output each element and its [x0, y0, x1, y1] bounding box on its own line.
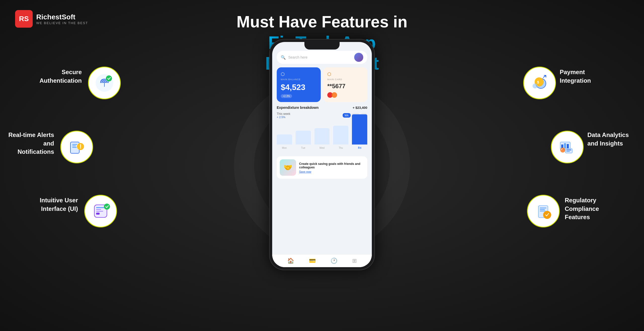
bar-mon-label: Mon [282, 147, 287, 149]
expenditure-header: Expendixture breakdown + $23,400 [277, 106, 367, 110]
bar-thu-bar [333, 126, 348, 145]
phone-inner: 🔍 Search here ⬡ MAIN BALANCE $4,523 +2.3… [272, 42, 372, 267]
compliance-circle [527, 195, 560, 227]
svg-point-7 [80, 148, 81, 149]
svg-rect-22 [567, 144, 569, 148]
bar-thu-label: Thu [339, 147, 343, 149]
phone-container: 🔍 Search here ⬡ MAIN BALANCE $4,523 +2.3… [269, 39, 375, 270]
svg-rect-29 [540, 209, 545, 210]
svg-rect-30 [540, 211, 545, 211]
main-balance-card: ⬡ MAIN BALANCE $4,523 +2.3% [277, 67, 321, 102]
search-bar: 🔍 Search here [277, 51, 367, 64]
mc-orange [332, 92, 337, 98]
bar-wed-bar [314, 128, 330, 145]
svg-rect-28 [540, 208, 546, 208]
payment-icon: $ [530, 73, 550, 93]
week-pct: + 2.5% [277, 116, 290, 119]
analytics-circle [551, 131, 584, 163]
alert-icon [67, 137, 87, 157]
bar-fri-label: Fri [358, 147, 361, 149]
logo-text: RichestSoft WE BELIEVE IN THE BEST [36, 13, 88, 25]
save-now-content: Create quick saving goals with friends a… [299, 162, 364, 173]
balance-badge: +2.3% [281, 94, 292, 98]
svg-rect-10 [96, 209, 101, 210]
bar-fri-bar [352, 114, 367, 145]
svg-rect-4 [72, 146, 76, 146]
svg-rect-3 [72, 144, 77, 145]
logo-name: RichestSoft [36, 13, 88, 21]
bar-tue: Tue [296, 131, 311, 149]
svg-rect-9 [96, 207, 105, 208]
phone-notch [304, 42, 340, 50]
this-week-left: This week + 2.5% [277, 112, 290, 119]
logo-area: RS RichestSoft WE BELIEVE IN THE BEST [15, 10, 88, 28]
svg-rect-11 [96, 211, 103, 212]
bar-tue-label: Tue [301, 147, 305, 149]
save-now-title: Create quick saving goals with friends a… [299, 162, 364, 169]
this-week-label: This week [277, 112, 290, 116]
card-label: MAIN CARD [327, 78, 363, 81]
ui-circle [84, 195, 117, 227]
search-input[interactable]: Search here [288, 55, 352, 59]
phone-outer: 🔍 Search here ⬡ MAIN BALANCE $4,523 +2.3… [269, 39, 375, 270]
card-logo: ⬡ [281, 71, 317, 77]
compliance-label: RegulatoryComplianceFeatures [565, 196, 624, 221]
nav-home-icon[interactable]: 🏠 [287, 258, 294, 264]
svg-rect-26 [566, 151, 570, 152]
ui-icon [91, 201, 111, 221]
svg-rect-24 [565, 149, 572, 153]
avatar [354, 53, 363, 62]
analytics-label: Data Analyticsand Insights [587, 131, 636, 148]
nav-card-icon[interactable]: 💳 [309, 258, 316, 264]
svg-point-23 [560, 148, 565, 153]
tab-wk[interactable]: Wk [343, 113, 351, 118]
cards-row: ⬡ MAIN BALANCE $4,523 +2.3% ⬡ MAIN CARD … [277, 67, 367, 102]
bar-mon-bar [277, 134, 292, 145]
main-content: RS RichestSoft WE BELIEVE IN THE BEST Mu… [0, 0, 644, 331]
logo-icon: RS [15, 10, 33, 28]
bar-fri: Fri [352, 114, 367, 149]
svg-rect-21 [564, 143, 566, 148]
bar-wed: Wed [314, 128, 330, 149]
card-number: **5677 [327, 83, 363, 90]
payment-circle: $ [523, 67, 556, 99]
expenditure-title: Expendixture breakdown [277, 106, 318, 110]
save-now-link[interactable]: Save now [299, 170, 364, 173]
bar-chart: Mon Tue Wed Thu [277, 122, 367, 154]
secure-auth-circle [88, 67, 121, 99]
mastercard [327, 92, 363, 98]
card-secondary-logo: ⬡ [327, 71, 363, 77]
bar-mon: Mon [277, 134, 292, 149]
logo-tagline: WE BELIEVE IN THE BEST [36, 21, 88, 25]
svg-point-13 [104, 204, 110, 210]
search-icon: 🔍 [281, 55, 286, 60]
phone-screen: 🔍 Search here ⬡ MAIN BALANCE $4,523 +2.3… [272, 42, 372, 267]
card-secondary: ⬡ MAIN CARD **5677 [323, 67, 367, 102]
ui-label: Intuitive UserInterface (UI) [25, 196, 78, 213]
bottom-nav: 🏠 💳 🕐 ⊞ [272, 254, 372, 267]
analytics-icon [557, 137, 577, 157]
svg-text:$: $ [537, 80, 539, 84]
secure-auth-label: Secure Authentication [24, 68, 82, 85]
payment-label: PaymentIntegration [560, 68, 620, 85]
svg-rect-5 [72, 147, 77, 148]
alerts-circle [60, 131, 93, 163]
svg-rect-25 [566, 150, 571, 150]
alerts-label: Real-time Alertsand Notifications [8, 131, 54, 156]
svg-rect-12 [96, 213, 100, 215]
bar-thu: Thu [333, 126, 348, 149]
nav-clock-icon[interactable]: 🕐 [331, 258, 337, 264]
bar-tue-bar [296, 131, 311, 145]
svg-point-1 [106, 75, 112, 81]
svg-point-18 [533, 83, 538, 88]
balance-label: MAIN BALANCE [281, 78, 317, 81]
title-line1: Must Have Features in [209, 13, 435, 31]
balance-amount: $4,523 [281, 83, 317, 92]
expenditure-amount: + $23,400 [353, 106, 367, 110]
fingerprint-icon [94, 73, 114, 93]
nav-grid-icon[interactable]: ⊞ [352, 258, 357, 264]
save-now-image: 🤝 [280, 159, 296, 176]
compliance-icon [533, 201, 553, 221]
bar-wed-label: Wed [319, 147, 325, 149]
save-now-card: 🤝 Create quick saving goals with friends… [277, 156, 367, 179]
